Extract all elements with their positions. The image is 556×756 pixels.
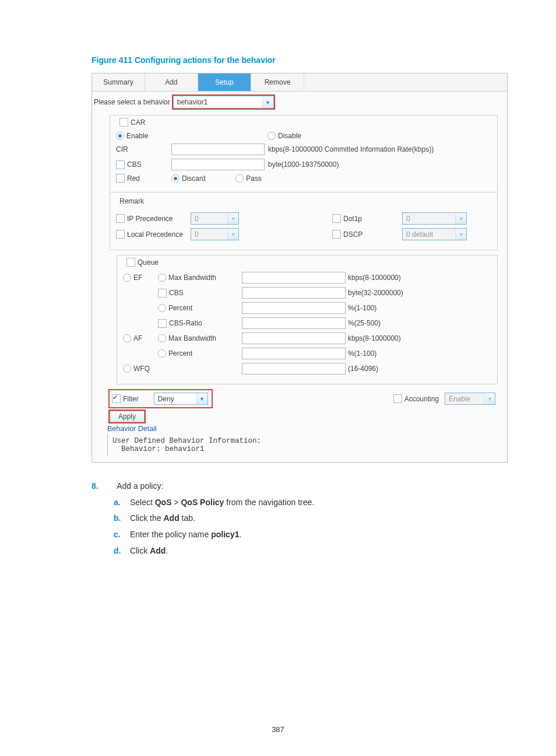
- step-c-marker: c.: [114, 528, 128, 541]
- select-behavior-combo[interactable]: behavior1 ▾: [173, 96, 274, 108]
- ef-percent-radio[interactable]: [158, 304, 166, 312]
- cbs-hint: byte(1000-193750000): [268, 160, 339, 169]
- cbsratio-checkbox[interactable]: [158, 319, 167, 328]
- step-c-text: Enter the policy name policy1.: [130, 530, 241, 539]
- chevron-down-icon: ▾: [196, 393, 207, 404]
- ipp-checkbox[interactable]: [116, 214, 125, 223]
- ef-cbs-hint: byte(32-2000000): [348, 289, 403, 297]
- car-disable-label: Disable: [278, 132, 301, 140]
- ipp-label: IP Precedence: [127, 215, 173, 223]
- ef-cbs-label: CBS: [169, 289, 184, 297]
- select-behavior-value: behavior1: [174, 96, 262, 108]
- wfq-radio[interactable]: [123, 365, 131, 373]
- step-d-marker: d.: [114, 545, 128, 558]
- chevron-down-icon: ▾: [455, 229, 466, 240]
- af-maxbw-radio[interactable]: [158, 334, 166, 342]
- cbsratio-input[interactable]: [242, 317, 346, 329]
- dot1p-checkbox[interactable]: [332, 214, 341, 223]
- ef-radio[interactable]: [123, 274, 131, 282]
- accounting-combo[interactable]: Enable ▾: [445, 393, 495, 405]
- af-label: AF: [133, 334, 142, 342]
- step-number: 8.: [92, 480, 115, 493]
- accounting-label: Accounting: [404, 395, 439, 403]
- cbs-label: CBS: [127, 160, 142, 169]
- step-b-text: Click the Add tab.: [130, 513, 195, 523]
- queue-legend: Queue: [123, 258, 162, 267]
- filter-combo[interactable]: Deny ▾: [154, 393, 208, 405]
- ef-maxbw-label: Max Bandwidth: [168, 274, 216, 282]
- screenshot-panel: Summary Add Setup Remove Please select a…: [92, 73, 508, 463]
- filter-label: Filter: [123, 395, 139, 403]
- figure-caption: Figure 411 Configuring actions for the b…: [92, 55, 506, 65]
- car-enable-radio[interactable]: [116, 132, 124, 140]
- step-a-marker: a.: [114, 496, 128, 509]
- select-behavior-label: Please select a behavior: [94, 98, 170, 106]
- af-maxbw-input[interactable]: [242, 332, 346, 344]
- ef-cbs-input[interactable]: [242, 287, 346, 299]
- af-percent-radio[interactable]: [158, 349, 166, 358]
- dot1p-combo[interactable]: 0 ▾: [402, 212, 467, 225]
- step-d-text: Click Add.: [130, 546, 168, 555]
- tab-bar: Summary Add Setup Remove: [92, 74, 507, 92]
- ef-maxbw-radio[interactable]: [158, 274, 166, 282]
- tab-remove[interactable]: Remove: [251, 74, 304, 91]
- cbs-input[interactable]: [171, 159, 265, 170]
- behavior-detail-box: User Defined Behavior Information: Behav…: [107, 434, 495, 456]
- ipp-combo[interactable]: 0 ▾: [191, 212, 239, 225]
- pass-radio[interactable]: [235, 174, 244, 183]
- ef-maxbw-input[interactable]: [242, 272, 346, 284]
- car-legend-text: CAR: [131, 118, 145, 127]
- af-percent-input[interactable]: [242, 348, 346, 359]
- tab-add[interactable]: Add: [145, 74, 198, 91]
- car-enable-label: Enable: [126, 132, 148, 140]
- dscp-value: 0 default: [403, 229, 455, 240]
- af-maxbw-label: Max Bandwidth: [168, 334, 216, 342]
- wfq-input[interactable]: [242, 363, 346, 374]
- step-a-text: Select QoS > QoS Policy from the navigat…: [130, 498, 314, 507]
- behavior-detail-heading: Behavior Detail: [107, 425, 507, 433]
- chevron-down-icon: ▾: [484, 393, 495, 404]
- dot1p-value: 0: [403, 213, 455, 224]
- wfq-hint: (16-4096): [348, 365, 378, 373]
- page-number: 387: [0, 725, 556, 734]
- ef-label: EF: [133, 274, 142, 282]
- cbs-checkbox[interactable]: [116, 160, 125, 169]
- ef-maxbw-hint: kbps(8-1000000): [348, 274, 401, 282]
- ef-percent-label: Percent: [168, 304, 192, 312]
- lp-value: 0: [191, 229, 227, 240]
- lp-label: Local Precedence: [127, 230, 183, 239]
- filter-checkbox[interactable]: [112, 394, 121, 403]
- cir-input[interactable]: [171, 144, 265, 155]
- dscp-combo[interactable]: 0 default ▾: [402, 228, 467, 240]
- lp-combo[interactable]: 0 ▾: [191, 228, 239, 240]
- remark-legend-text: Remark: [119, 197, 144, 205]
- remark-legend: Remark: [116, 197, 147, 205]
- accounting-checkbox[interactable]: [393, 394, 402, 403]
- ef-percent-input[interactable]: [242, 302, 346, 314]
- queue-checkbox[interactable]: [126, 258, 135, 267]
- red-checkbox[interactable]: [116, 174, 125, 183]
- ef-cbs-checkbox[interactable]: [158, 289, 167, 298]
- chevron-down-icon: ▾: [262, 96, 273, 108]
- ef-percent-hint: %(1-100): [348, 304, 376, 312]
- red-label: Red: [127, 174, 140, 183]
- apply-button[interactable]: Apply: [110, 411, 145, 422]
- step-b-marker: b.: [114, 512, 128, 525]
- cbsratio-label: CBS-Ratio: [169, 319, 202, 327]
- tab-summary[interactable]: Summary: [92, 74, 145, 91]
- filter-value: Deny: [154, 393, 196, 404]
- dot1p-label: Dot1p: [343, 215, 362, 223]
- cbsratio-hint: %(25-500): [348, 319, 381, 327]
- lp-checkbox[interactable]: [116, 230, 125, 239]
- chevron-down-icon: ▾: [227, 213, 238, 224]
- dscp-checkbox[interactable]: [332, 230, 341, 239]
- tab-setup[interactable]: Setup: [198, 74, 251, 91]
- car-checkbox[interactable]: [119, 118, 128, 127]
- af-radio[interactable]: [123, 334, 131, 342]
- discard-label: Discard: [182, 174, 206, 183]
- af-maxbw-hint: kbps(8-1000000): [348, 334, 401, 342]
- queue-fieldset: Queue EF Max Bandwidth kbps(8-1000000): [117, 255, 498, 384]
- step-title: Add a policy:: [117, 481, 163, 491]
- discard-radio[interactable]: [171, 174, 180, 183]
- car-disable-radio[interactable]: [268, 132, 276, 140]
